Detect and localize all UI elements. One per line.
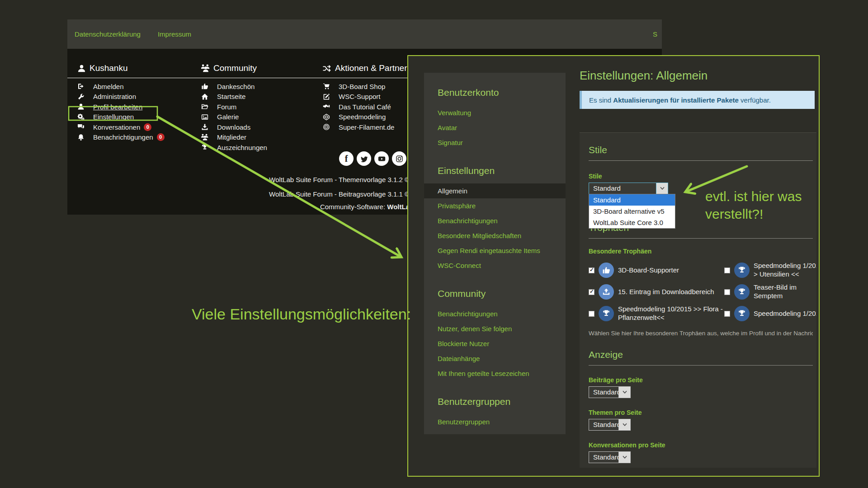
trophy-checkbox[interactable] [724, 311, 730, 317]
menu-item-administration[interactable]: Administration [77, 92, 165, 102]
sidebar-item-community-benachrichtigungen[interactable]: Benachrichtigungen [424, 306, 566, 321]
dropdown-option-standard[interactable]: Standard [589, 194, 675, 206]
chevron-down-icon [623, 390, 627, 394]
footer-column-partner-title: Aktionen & Partner [323, 62, 407, 74]
trophy-checkbox[interactable] [724, 289, 730, 295]
twitter-icon[interactable] [357, 151, 371, 166]
sidebar-item-benachrichtigungen[interactable]: Benachrichtigungen [424, 213, 566, 228]
sidebar-item-geteilte-lesezeichen[interactable]: Mit Ihnen geteilte Lesezeichen [424, 366, 566, 381]
menu-item-downloads[interactable]: Downloads [201, 122, 267, 132]
stile-select-value: Standard [589, 183, 656, 194]
sidebar-item-signatur[interactable]: Signatur [424, 135, 566, 150]
update-notice[interactable]: Es sind Aktualisierungen für installiert… [580, 91, 815, 109]
menu-item-mitglieder[interactable]: Mitglieder [201, 132, 267, 143]
trophy-checkbox[interactable] [589, 311, 594, 317]
annotation-note-line2: verstellt?! [705, 206, 763, 222]
dropdown-option-woltlab-core[interactable]: WoltLab Suite Core 3.0 [589, 217, 675, 228]
clipped-right-link[interactable]: S [653, 30, 657, 38]
menu-item-galerie[interactable]: Galerie [201, 112, 267, 122]
footer-community-menu: Dankeschön Startseite Forum Galerie Down… [201, 81, 267, 153]
trophy-icon [201, 144, 208, 151]
sidebar-item-wsc-connect[interactable]: WSC-Connect [424, 258, 566, 273]
dropdown-option-3d-board-alternative[interactable]: 3D-Board alternative v5 [589, 206, 675, 217]
youtube-icon[interactable] [374, 151, 389, 166]
menu-item-abmelden[interactable]: Abmelden [77, 81, 165, 92]
trophy-checkbox[interactable] [589, 289, 594, 295]
sidebar-item-blockierte-nutzer[interactable]: Blockierte Nutzer [424, 336, 566, 351]
stile-dropdown-list: Standard 3D-Board alternative v5 WoltLab… [589, 194, 675, 229]
menu-item-speedmodeling[interactable]: Speedmodeling [323, 112, 407, 122]
menu-item-super-filament[interactable]: Super-Filament.de [323, 122, 407, 132]
select-arrow-button[interactable] [618, 452, 630, 463]
footer-partner-menu: 3D-Board Shop WSC-Support Das Tutorial C… [323, 81, 407, 132]
cart-icon [323, 83, 330, 90]
trophy-item-downloadbereich: 15. Eintrag im Downloadbereich [589, 283, 724, 301]
menu-item-wsc-support[interactable]: WSC-Support [323, 92, 407, 102]
stile-field-label: Stile [589, 173, 813, 180]
update-notice-link[interactable]: Aktualisierungen für installierte Pakete [613, 96, 739, 104]
sidebar-item-besondere-mitgliedschaften[interactable]: Besondere Mitgliedschaften [424, 228, 566, 243]
target-icon [323, 123, 330, 131]
menu-item-tutorial-cafe[interactable]: Das Tutorial Café [323, 102, 407, 112]
handshake-icon [323, 103, 330, 110]
stile-select[interactable]: Standard [589, 183, 668, 194]
sidebar-heading-einstellungen: Einstellungen [424, 165, 566, 176]
sidebar-item-verwaltung[interactable]: Verwaltung [424, 105, 566, 120]
konversationen-pro-seite-select[interactable]: Standard [589, 451, 631, 463]
trophy-badge-icon [734, 284, 750, 300]
sidebar-heading-benutzerkonto: Benutzerkonto [424, 87, 566, 98]
instagram-icon[interactable] [392, 151, 406, 166]
users-icon [201, 64, 210, 73]
select-arrow-button[interactable] [618, 387, 630, 398]
select-arrow-button[interactable] [618, 419, 630, 430]
settings-screenshot-panel: Benutzerkonto Verwaltung Avatar Signatur… [407, 55, 820, 477]
trophy-badge-icon [734, 263, 750, 278]
footer-column-community-title-text: Community [213, 63, 257, 73]
konversationen-pro-seite-label: Konversationen pro Seite [589, 441, 813, 449]
sidebar-item-rendi-items[interactable]: Gegen Rendi eingetauschte Items [424, 243, 566, 258]
chevron-down-icon [623, 455, 627, 459]
thumbs-up-badge-icon [599, 263, 614, 278]
trophy-item-speedmodeling-1-2015: Speedmodeling 1/2015 > Utensilien << [724, 261, 816, 279]
menu-item-einstellungen[interactable]: Einstellungen [77, 112, 165, 122]
legal-links-bar: Datenschutzerklärung Impressum S [67, 19, 662, 49]
sidebar-heading-benutzergruppen: Benutzergruppen [424, 396, 566, 407]
trophy-item-teaser-bild: Teaser-Bild im Semptem [724, 283, 816, 301]
imprint-link[interactable]: Impressum [158, 30, 191, 38]
menu-item-3d-board-shop[interactable]: 3D-Board Shop [323, 81, 407, 92]
stile-select-arrow-button[interactable] [656, 183, 668, 194]
upload-badge-icon [599, 284, 614, 300]
privacy-policy-link[interactable]: Datenschutzerklärung [75, 30, 141, 38]
image-icon [201, 113, 208, 121]
themen-pro-seite-select[interactable]: Standard [589, 419, 631, 431]
trophies-field-label: Besondere Trophäen [589, 248, 813, 255]
menu-item-auszeichnungen[interactable]: Auszeichnungen [201, 142, 267, 153]
themen-pro-seite-label: Themen pro Seite [589, 409, 813, 416]
software-credit-line: Community-Software: WoltLa [67, 203, 410, 211]
settings-sidebar: Benutzerkonto Verwaltung Avatar Signatur… [424, 73, 566, 434]
sidebar-item-avatar[interactable]: Avatar [424, 120, 566, 135]
menu-item-benachrichtigungen[interactable]: Benachrichtigungen 0 [77, 132, 165, 143]
sidebar-item-nutzer-folgen[interactable]: Nutzer, denen Sie folgen [424, 321, 566, 336]
sidebar-item-allgemein[interactable]: Allgemein [424, 183, 566, 198]
facebook-icon[interactable]: f [339, 151, 354, 166]
trophy-item-speedmodeling-10-2015: Speedmodeling 10/2015 >> Flora - Pflanze… [589, 305, 724, 323]
menu-item-forum[interactable]: Forum [201, 102, 267, 112]
beitraege-pro-seite-select[interactable]: Standard [589, 386, 631, 398]
menu-item-startseite[interactable]: Startseite [201, 92, 267, 102]
menu-item-dankeschoen[interactable]: Dankeschön [201, 81, 267, 92]
shuffle-icon [323, 64, 331, 73]
trophy-checkbox[interactable] [589, 267, 594, 273]
trophies-hint-text: Wählen Sie hier Ihre besonderen Trophäen… [589, 330, 813, 337]
menu-item-konversationen[interactable]: Konversationen 0 [77, 122, 165, 132]
sidebar-item-privatsphaere[interactable]: Privatsphäre [424, 198, 566, 213]
sidebar-item-benutzergruppen[interactable]: Benutzergruppen [424, 414, 566, 429]
chevron-down-icon [660, 187, 665, 190]
menu-item-profil-bearbeiten[interactable]: Profil bearbeiten [77, 102, 165, 112]
footer-column-community: Community Dankeschön Startseite Forum G [201, 62, 267, 153]
trophy-checkbox[interactable] [724, 267, 730, 273]
stile-select-wrap: Standard Standard 3D-Board alternative v… [589, 183, 668, 194]
chevron-down-icon [623, 423, 627, 427]
footer-column-user-title: Kushanku [77, 62, 165, 74]
sidebar-item-dateianhaenge[interactable]: Dateianhänge [424, 351, 566, 366]
